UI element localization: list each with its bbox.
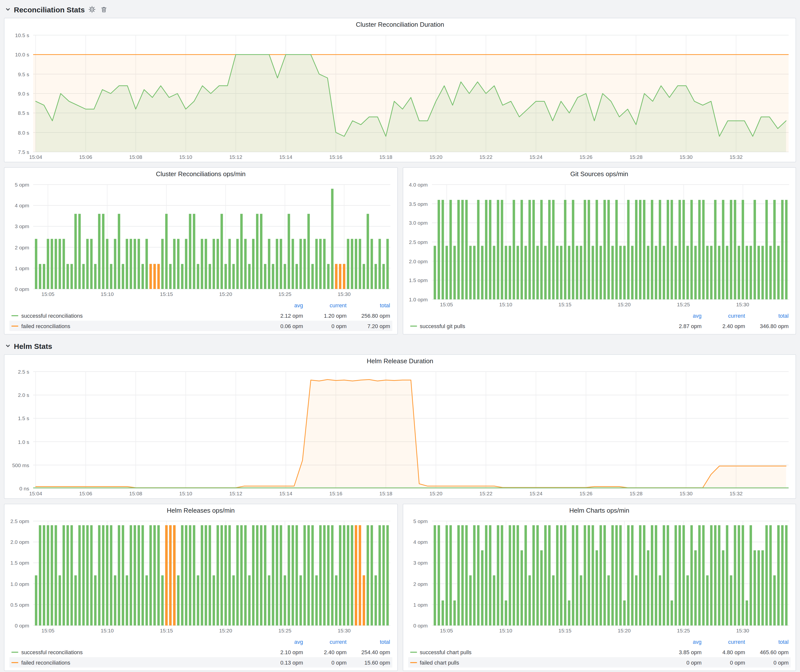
section-header-reconciliation-stats[interactable]: Reconciliation Stats [5,3,796,16]
x-axis-tick-label: 15:30 [731,627,755,634]
legend-column-avg[interactable]: avg [259,638,303,645]
y-axis-tick-label: 1.5 opm [6,560,29,566]
legend-stat-value: 0 opm [658,659,702,665]
legend-column-current[interactable]: current [702,312,745,318]
x-axis-tick-label: 15:30 [332,627,356,634]
y-axis-tick-label: 2 opm [405,581,428,587]
legend-column-current[interactable]: current [303,302,347,308]
legend-series-label[interactable]: successful git pulls [410,323,658,329]
legend-stat-value: 2.40 opm [303,649,347,655]
x-axis-tick-label: 15:15 [155,291,178,297]
series-color-dash [11,651,18,653]
x-axis-tick-label: 15:04 [24,490,48,496]
y-axis-tick-label: 3.5 opm [405,201,428,206]
trash-icon[interactable] [100,5,109,14]
legend-series-label[interactable]: failed reconciliations [11,659,259,665]
x-axis-tick-label: 15:10 [95,291,119,297]
panel-title-helm-charts-opm[interactable]: Helm Charts ops/min [403,504,795,517]
x-axis-tick-label: 15:28 [624,154,648,160]
y-axis-tick-label: 1.0 opm [6,581,29,587]
legend-column-total[interactable]: total [347,302,390,308]
legend-column-total[interactable]: total [745,638,789,645]
x-axis-tick-label: 15:14 [274,154,298,160]
panel-title-helm-releases-opm[interactable]: Helm Releases ops/min [5,504,397,517]
legend-row: failed chart pulls0 opm0 opm0 opm [408,657,790,667]
chart-canvas[interactable] [405,181,794,309]
legend-column-avg[interactable]: avg [658,312,702,318]
x-axis-tick-label: 15:10 [494,627,517,634]
y-axis-tick-label: 8.5 s [6,110,29,116]
chart-cluster-reconciliation-duration[interactable]: 7.5 s8.0 s8.5 s9.0 s9.5 s10.0 s10.5 s15:… [6,31,794,162]
panel-title-cluster-reconciliation-duration[interactable]: Cluster Reconciliation Duration [5,18,795,31]
chart-canvas[interactable] [6,368,794,498]
legend-stat-value: 2.12 opm [259,312,303,318]
chart-canvas[interactable] [405,517,794,635]
legend-series-label[interactable]: successful reconciliations [11,312,259,318]
y-axis-tick-label: 0 opm [6,622,29,629]
x-axis-tick-label: 15:05 [435,627,458,634]
chart-helm-releases-opm[interactable]: 0 opm0.5 opm1.0 opm1.5 opm2.0 opm2.5 opm… [6,517,395,635]
legend-cluster-reconciliations: avgcurrenttotalsuccessful reconciliation… [5,299,397,334]
x-axis-tick-label: 15:20 [214,291,237,297]
legend-column-avg[interactable]: avg [658,638,702,645]
chevron-down-icon[interactable] [5,6,11,12]
x-axis-tick-label: 15:06 [74,154,98,160]
x-axis-tick-label: 15:08 [124,490,148,496]
legend-column-current[interactable]: current [303,638,347,645]
series-color-dash [410,651,417,653]
panel-title-git-sources-opm[interactable]: Git Sources ops/min [403,168,795,181]
legend-column-total[interactable]: total [745,312,789,318]
legend-git-sources: avgcurrenttotalsuccessful git pulls2.87 … [403,309,795,334]
gear-icon[interactable] [88,5,97,14]
x-axis-tick-label: 15:30 [731,301,755,307]
legend-row: successful chart pulls3.85 opm4.80 opm46… [408,647,790,657]
y-axis-tick-label: 2.5 opm [405,239,428,245]
x-axis-tick-label: 15:20 [424,490,448,496]
panel-title-helm-release-duration[interactable]: Helm Release Duration [5,355,795,368]
x-axis-tick-label: 15:20 [424,154,448,160]
section-header-helm-stats[interactable]: Helm Stats [5,339,796,352]
panel-title-cluster-reconciliations-opm[interactable]: Cluster Reconciliations ops/min [5,168,397,181]
x-axis-tick-label: 15:10 [494,301,517,307]
chart-helm-charts-opm[interactable]: 0 opm1 opm2 opm3 opm4 opm5 opm15:0515:10… [405,517,794,635]
dashboard: Reconciliation Stats Cluster Reconciliat… [0,0,800,672]
y-axis-tick-label: 1.5 opm [405,277,428,283]
chart-canvas[interactable] [6,31,794,162]
legend-series-label[interactable]: failed reconciliations [11,323,259,329]
chevron-down-icon[interactable] [5,343,11,349]
legend-column-total[interactable]: total [347,638,390,645]
panel-cluster-reconciliation-duration: Cluster Reconciliation Duration 7.5 s8.0… [4,18,796,162]
x-axis-tick-label: 15:06 [74,490,98,496]
legend-stat-value: 0 opm [303,659,347,665]
y-axis-tick-label: 1.5 s [6,415,29,421]
chart-helm-release-duration[interactable]: 0 ns500 ms1.0 s1.5 s2.0 s2.5 s15:0415:06… [6,368,794,498]
x-axis-tick-label: 15:12 [224,490,248,496]
legend-stat-value: 0.13 opm [259,659,303,665]
x-axis-tick-label: 15:14 [274,490,298,496]
x-axis-tick-label: 15:18 [374,490,398,496]
section-title: Helm Stats [14,342,52,350]
legend-stat-value: 0.06 opm [259,323,303,329]
chart-canvas[interactable] [6,517,395,635]
chart-canvas[interactable] [6,181,395,299]
legend-series-label[interactable]: successful reconciliations [11,649,259,655]
panel-git-sources-opm: Git Sources ops/min 1.0 opm1.5 opm2.0 op… [402,167,796,334]
x-axis-tick-label: 15:05 [36,291,60,297]
legend-stat-value: 7.20 opm [347,323,390,329]
legend-series-label[interactable]: successful chart pulls [410,649,658,655]
legend-column-avg[interactable]: avg [259,302,303,308]
x-axis-tick-label: 15:20 [612,627,636,634]
y-axis-tick-label: 4 opm [6,202,29,208]
legend-stat-value: 15.60 opm [347,659,390,665]
chart-git-sources-opm[interactable]: 1.0 opm1.5 opm2.0 opm2.5 opm3.0 opm3.5 o… [405,181,794,309]
y-axis-tick-label: 1.0 opm [405,296,428,302]
legend-stat-value: 0 opm [745,659,789,665]
x-axis-tick-label: 15:20 [214,627,237,634]
legend-series-label[interactable]: failed chart pulls [410,659,658,665]
chart-cluster-reconciliations-opm[interactable]: 0 opm1 opm2 opm3 opm4 opm5 opm15:0515:10… [6,181,395,299]
y-axis-tick-label: 4 opm [405,539,428,545]
legend-column-current[interactable]: current [702,638,745,645]
y-axis-tick-label: 1 opm [405,602,428,608]
legend-row: failed reconciliations0.13 opm0 opm15.60… [10,657,392,667]
legend-header-row: avgcurrenttotal [408,636,790,647]
